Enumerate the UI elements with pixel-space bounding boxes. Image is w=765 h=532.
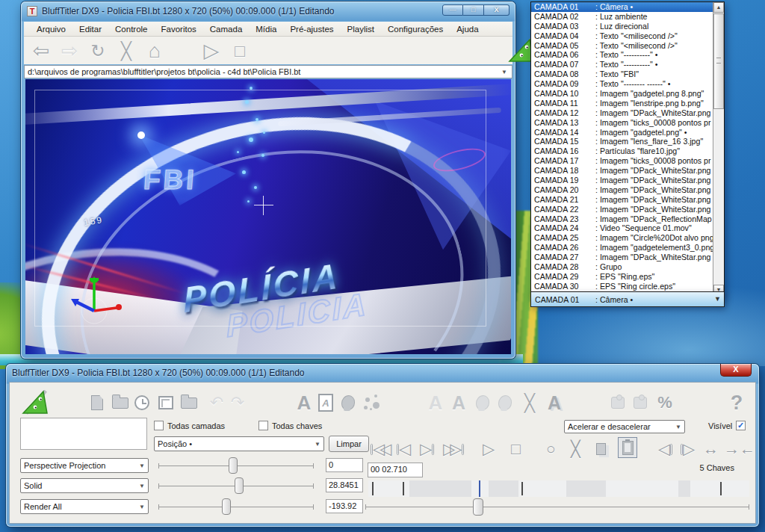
- clone-layer-icon[interactable]: A: [543, 390, 566, 415]
- all-keys-checkbox[interactable]: [258, 421, 268, 430]
- value-field-2[interactable]: 28.8451: [326, 478, 363, 492]
- easing-dropdown[interactable]: Acelerar e desacelerar ▼: [564, 420, 685, 433]
- timeline-strip[interactable]: [368, 480, 749, 497]
- layer-row-28[interactable]: CAMADA 28: Grupo: [531, 262, 713, 272]
- timeline-key-mark[interactable]: [521, 482, 523, 495]
- attach-particles-icon[interactable]: A: [447, 390, 470, 415]
- layer-row-2[interactable]: CAMADA 02: Luz ambiente: [531, 12, 713, 22]
- slider-track-3[interactable]: [158, 507, 314, 507]
- render-dropdown[interactable]: Render All ▼: [20, 499, 149, 514]
- menu-item-6[interactable]: Pré-ajustes: [283, 23, 340, 35]
- layer-row-8[interactable]: CAMADA 08: Texto "FBI": [531, 69, 713, 79]
- add-particle-layer-icon[interactable]: [361, 390, 383, 415]
- delete-key-button[interactable]: ╳: [571, 439, 580, 459]
- maximize-button[interactable]: □: [463, 4, 484, 16]
- active-layer-dropdown[interactable]: CAMADA 01 : Câmera • ▼: [530, 291, 725, 307]
- layer-row-3[interactable]: CAMADA 03: Luz direcional: [531, 22, 713, 31]
- layer-row-20[interactable]: CAMADA 20: Imagem "DPack_WhiteStar.png: [531, 185, 713, 195]
- timeline-key-mark[interactable]: [372, 482, 374, 495]
- layer-row-24[interactable]: CAMADA 24: Video "Sequence 01.mov": [531, 223, 713, 233]
- play-icon[interactable]: ▷: [199, 39, 224, 63]
- easing-dropdown-arrow-icon[interactable]: ▼: [675, 424, 681, 430]
- shrink-keys-button[interactable]: →←: [724, 439, 755, 459]
- resolution-icon[interactable]: [156, 390, 176, 415]
- stop-icon[interactable]: □: [227, 39, 253, 63]
- delete-icon[interactable]: ╳: [114, 39, 139, 63]
- menu-item-4[interactable]: Camada: [203, 23, 249, 35]
- slider-handle-3[interactable]: [222, 498, 231, 515]
- layer-row-21[interactable]: CAMADA 21: Imagem "DPack_WhiteStar.png: [531, 195, 713, 205]
- play-button[interactable]: ▷: [483, 439, 495, 459]
- layer-row-11[interactable]: CAMADA 11: Imagem "lenstripe.png b.png": [531, 99, 713, 108]
- slider-handle-2[interactable]: [235, 477, 244, 494]
- shading-arrow-icon[interactable]: ▼: [139, 483, 145, 489]
- show-duration-icon[interactable]: [132, 390, 152, 415]
- layer-row-12[interactable]: CAMADA 12: Imagem "DPack_WhiteStar.png: [531, 108, 713, 118]
- projection-arrow-icon[interactable]: ▼: [139, 463, 145, 469]
- layer-row-10[interactable]: CAMADA 10: Imagem "gadgetel.png 8.png": [531, 89, 713, 99]
- menu-item-1[interactable]: Editar: [72, 23, 108, 35]
- menu-item-5[interactable]: Mídia: [249, 23, 283, 35]
- menu-item-8[interactable]: Configurações: [381, 23, 450, 35]
- help-icon[interactable]: ?: [725, 390, 748, 415]
- copy-key-button[interactable]: [596, 439, 606, 459]
- time-field[interactable]: 00 02.710: [368, 463, 423, 477]
- layer-row-6[interactable]: CAMADA 06: Texto "----------" •: [531, 50, 713, 60]
- home-icon[interactable]: ⌂: [142, 39, 167, 63]
- export-show-icon[interactable]: [179, 390, 199, 415]
- menu-item-0[interactable]: Arquivo: [30, 23, 72, 35]
- timeline-key-mark[interactable]: [403, 482, 404, 495]
- layer-row-17[interactable]: CAMADA 17: Imagem "ticks_00008 pontos pr: [531, 156, 713, 166]
- layer-row-13[interactable]: CAMADA 13: Imagem "ticks_00008 pontos pr: [531, 118, 713, 128]
- add-model-layer-icon[interactable]: [338, 390, 358, 415]
- timeline-current-key-mark[interactable]: [479, 480, 480, 497]
- main-titlebar[interactable]: T BluffTitler DX9 - Policia FBI.bt 1280 …: [21, 1, 515, 21]
- layer-row-9[interactable]: CAMADA 09: Texto "-------- ------" •: [531, 79, 713, 89]
- layer-row-1[interactable]: CAMADA 01: Câmera •: [531, 2, 713, 12]
- prev-key-button[interactable]: ◁: [397, 439, 411, 459]
- render-arrow-icon[interactable]: ▼: [139, 504, 145, 510]
- paste-key-button[interactable]: [618, 438, 637, 457]
- layer-row-19[interactable]: CAMADA 19: Imagem "DPack_WhiteStar.png: [531, 176, 713, 185]
- open-show-icon[interactable]: [110, 390, 131, 415]
- time-slider-handle[interactable]: [473, 498, 483, 516]
- address-bar[interactable]: d:\arquivos de programas\blufftitler\pro…: [24, 65, 512, 78]
- skip-start-button[interactable]: ◁◁: [371, 439, 391, 459]
- layer-row-18[interactable]: CAMADA 18: Imagem "DPack_WhiteStar.png: [531, 166, 713, 176]
- property-dropdown-arrow-icon[interactable]: ▼: [315, 441, 320, 448]
- layers-scrollbar[interactable]: ▲ ▼: [713, 2, 724, 295]
- layer-row-26[interactable]: CAMADA 26: Imagem "gadgetelement3_0.png: [531, 243, 713, 253]
- menu-item-3[interactable]: Favoritos: [155, 23, 203, 35]
- timeline-key-mark[interactable]: [720, 482, 722, 495]
- time-slider-track[interactable]: [365, 507, 749, 507]
- skip-end-button[interactable]: ▷▷: [443, 439, 464, 459]
- layer-row-25[interactable]: CAMADA 25: Imagem "Circle%20Dot alvo png: [531, 233, 713, 243]
- stretch-keys-button[interactable]: ↔: [703, 439, 719, 459]
- back-icon[interactable]: ⇦: [28, 39, 54, 63]
- record-key-button[interactable]: ○: [546, 439, 556, 459]
- layer-row-29[interactable]: CAMADA 29: EPS "Ring.eps": [531, 272, 713, 282]
- layer-row-4[interactable]: CAMADA 04: Texto "<milisecond />": [531, 31, 713, 41]
- render-preview[interactable]: FBI POLICIA POLÍCIA 159: [25, 79, 511, 354]
- close-button[interactable]: X: [484, 4, 510, 16]
- all-layers-checkbox[interactable]: [154, 421, 164, 430]
- shading-dropdown[interactable]: Solid ▼: [20, 478, 149, 493]
- projection-dropdown[interactable]: Perspective Projection ▼: [20, 458, 149, 473]
- layer-row-5[interactable]: CAMADA 05: Texto "<milisecond />": [531, 41, 713, 51]
- layer-row-27[interactable]: CAMADA 27: Imagem "DPack_WhiteStar.png: [531, 253, 713, 262]
- layer-combo-arrow-icon[interactable]: ▼: [714, 295, 721, 303]
- visible-checkbox[interactable]: ✓: [736, 421, 746, 430]
- menu-item-7[interactable]: Playlist: [341, 23, 381, 35]
- next-key-button[interactable]: ▷: [420, 439, 434, 459]
- clear-button[interactable]: Limpar: [329, 436, 369, 452]
- address-dropdown-icon[interactable]: ▼: [500, 69, 509, 75]
- layer-row-30[interactable]: CAMADA 30: EPS "Ring circle.eps": [531, 282, 713, 291]
- add-eps-layer-icon[interactable]: A: [316, 390, 335, 415]
- layer-row-16[interactable]: CAMADA 16: Partículas "flare10.jpg": [531, 146, 713, 156]
- stop-button[interactable]: □: [511, 439, 521, 459]
- menu-item-9[interactable]: Ajuda: [450, 23, 485, 35]
- scrollbar-thumb[interactable]: [713, 13, 724, 109]
- value-field-1[interactable]: 0: [326, 458, 363, 472]
- move-key-left-button[interactable]: ◁: [658, 439, 672, 459]
- new-show-icon[interactable]: [87, 390, 107, 415]
